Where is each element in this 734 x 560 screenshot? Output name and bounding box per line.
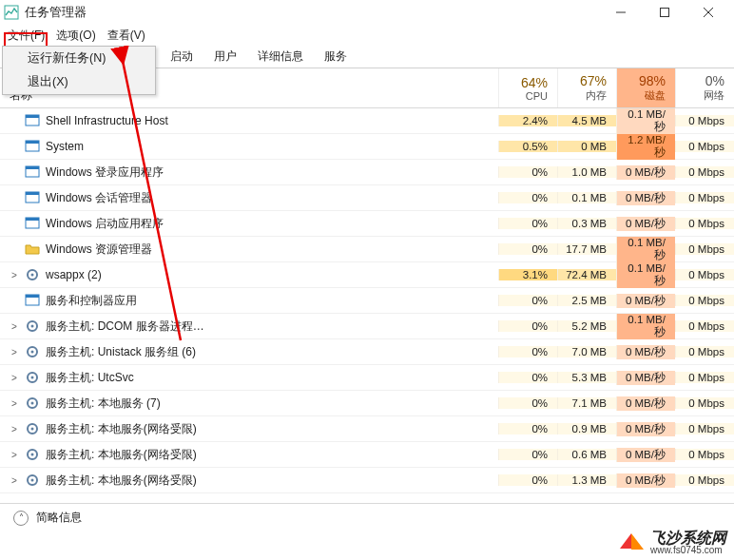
process-name-cell: >服务主机: 本地服务 (7): [0, 396, 498, 412]
process-icon: [25, 241, 40, 257]
cpu-cell: 0%: [498, 372, 557, 383]
disk-cell: 0 MB/秒: [616, 165, 675, 180]
svg-point-30: [31, 454, 34, 456]
col-cpu[interactable]: 64% CPU: [498, 68, 557, 107]
network-cell: 0 Mbps: [675, 166, 734, 178]
process-icon: [25, 139, 40, 154]
memory-cell: 2.5 MB: [557, 295, 616, 306]
table-row[interactable]: >服务主机: DCOM 服务器进程…0%5.2 MB0.1 MB/秒0 Mbps: [0, 314, 734, 339]
process-name-cell: >Windows 会话管理器: [0, 190, 498, 206]
table-row[interactable]: >Windows 登录应用程序0%1.0 MB0 MB/秒0 Mbps: [0, 160, 734, 185]
expand-icon[interactable]: >: [10, 373, 19, 383]
process-icon: [25, 293, 40, 308]
cpu-cell: 3.1%: [498, 269, 557, 280]
process-name-cell: >Windows 启动应用程序: [0, 216, 498, 232]
cpu-cell: 0%: [498, 449, 557, 460]
expand-icon[interactable]: >: [10, 398, 19, 409]
process-icon: [25, 396, 40, 411]
table-row[interactable]: >Windows 会话管理器0%0.1 MB0 MB/秒0 Mbps: [0, 185, 734, 211]
table-row[interactable]: >服务主机: UtcSvc0%5.3 MB0 MB/秒0 Mbps: [0, 365, 734, 391]
window-buttons: [599, 0, 730, 25]
process-icon: [25, 370, 40, 385]
memory-cell: 1.0 MB: [557, 166, 616, 178]
network-cell: 0 Mbps: [675, 295, 734, 306]
table-row[interactable]: >服务主机: 本地服务(网络受限)0%0.6 MB0 MB/秒0 Mbps: [0, 442, 734, 468]
process-name: 服务主机: 本地服务 (7): [46, 396, 161, 412]
expand-icon[interactable]: >: [10, 321, 19, 332]
cpu-cell: 0%: [498, 295, 557, 306]
memory-cell: 1.3 MB: [557, 474, 616, 486]
menu-exit[interactable]: 退出(X): [3, 70, 155, 94]
process-name: wsappx (2): [46, 268, 102, 281]
memory-cell: 17.7 MB: [557, 243, 616, 255]
process-icon: [25, 267, 40, 282]
menu-options[interactable]: 选项(O): [50, 26, 101, 46]
process-name: Windows 会话管理器: [46, 190, 152, 206]
table-row[interactable]: >Windows 启动应用程序0%0.3 MB0 MB/秒0 Mbps: [0, 211, 734, 237]
svg-rect-6: [26, 115, 39, 118]
watermark-url: www.fs0745.com: [650, 546, 726, 555]
close-button[interactable]: [686, 0, 730, 25]
col-disk[interactable]: 98% 磁盘: [616, 68, 675, 107]
col-network[interactable]: 0% 网络: [675, 68, 734, 107]
brief-info-link[interactable]: 简略信息: [36, 510, 82, 526]
disk-cell: 0 MB/秒: [616, 294, 675, 308]
expand-icon[interactable]: >: [10, 424, 19, 434]
tab-startup[interactable]: 启动: [160, 45, 203, 68]
process-name: 服务主机: 本地服务(网络受限): [46, 473, 197, 489]
network-cell: 0 Mbps: [675, 320, 734, 332]
disk-cell: 0 MB/秒: [616, 217, 675, 231]
process-name: 服务主机: 本地服务(网络受限): [46, 421, 197, 437]
tab-details[interactable]: 详细信息: [247, 45, 314, 68]
process-name: 服务主机: Unistack 服务组 (6): [46, 344, 196, 360]
process-name-cell: >服务和控制器应用: [0, 293, 498, 309]
tab-users[interactable]: 用户: [203, 45, 247, 68]
expand-icon[interactable]: >: [10, 270, 19, 280]
process-name-cell: >Shell Infrastructure Host: [0, 113, 498, 128]
memory-cell: 5.3 MB: [557, 372, 616, 383]
table-row[interactable]: >服务主机: Unistack 服务组 (6)0%7.0 MB0 MB/秒0 M…: [0, 339, 734, 365]
menu-run-new-task[interactable]: 运行新任务(N): [3, 47, 155, 70]
footer: ˄ 简略信息: [0, 503, 734, 531]
process-name-cell: >服务主机: 本地服务(网络受限): [0, 447, 498, 463]
network-cell: 0 Mbps: [675, 218, 734, 229]
cpu-cell: 0%: [498, 166, 557, 178]
minimize-button[interactable]: [599, 0, 643, 25]
process-name: System: [46, 140, 84, 153]
expand-icon[interactable]: >: [10, 450, 19, 460]
process-name-cell: >wsappx (2): [0, 267, 498, 282]
table-row[interactable]: >服务和控制器应用0%2.5 MB0 MB/秒0 Mbps: [0, 288, 734, 314]
table-row[interactable]: >服务主机: 本地服务(网络受限)0%0.9 MB0 MB/秒0 Mbps: [0, 416, 734, 442]
expand-icon[interactable]: >: [10, 347, 19, 357]
menu-bar: 文件(F) 选项(O) 查看(V): [0, 25, 734, 46]
network-cell: 0 Mbps: [675, 474, 734, 486]
table-row[interactable]: >Windows 资源管理器0%17.7 MB0.1 MB/秒0 Mbps: [0, 237, 734, 262]
memory-cell: 0.9 MB: [557, 423, 616, 434]
disk-cell: 0.1 MB/秒: [616, 262, 675, 288]
menu-view[interactable]: 查看(V): [102, 26, 151, 46]
disk-cell: 0 MB/秒: [616, 473, 675, 488]
memory-cell: 5.2 MB: [557, 320, 616, 332]
watermark: 飞沙系统网 www.fs0745.com: [618, 530, 726, 556]
process-name-cell: >Windows 资源管理器: [0, 241, 498, 258]
table-row[interactable]: >服务主机: 本地服务 (7)0%7.1 MB0 MB/秒0 Mbps: [0, 391, 734, 416]
table-row[interactable]: >wsappx (2)3.1%72.4 MB0.1 MB/秒0 Mbps: [0, 262, 734, 288]
window-title: 任务管理器: [25, 5, 599, 21]
cpu-cell: 0%: [498, 474, 557, 486]
maximize-button[interactable]: [643, 0, 686, 25]
cpu-cell: 0%: [498, 346, 557, 357]
expand-icon[interactable]: >: [10, 475, 19, 486]
chevron-up-icon[interactable]: ˄: [13, 511, 29, 526]
process-name: 服务主机: UtcSvc: [46, 370, 134, 386]
network-cell: 0 Mbps: [675, 397, 734, 409]
table-row[interactable]: >System0.5%0 MB1.2 MB/秒0 Mbps: [0, 134, 734, 160]
menu-file[interactable]: 文件(F): [2, 26, 50, 46]
col-memory[interactable]: 67% 内存: [557, 68, 616, 107]
table-row[interactable]: >Shell Infrastructure Host2.4%4.5 MB0.1 …: [0, 108, 734, 134]
app-icon: [4, 5, 19, 20]
tab-services[interactable]: 服务: [314, 45, 357, 68]
svg-rect-10: [26, 166, 39, 169]
svg-rect-12: [26, 192, 39, 195]
table-row[interactable]: >服务主机: 本地服务(网络受限)0%1.3 MB0 MB/秒0 Mbps: [0, 468, 734, 493]
process-name: 服务主机: DCOM 服务器进程…: [46, 319, 204, 335]
